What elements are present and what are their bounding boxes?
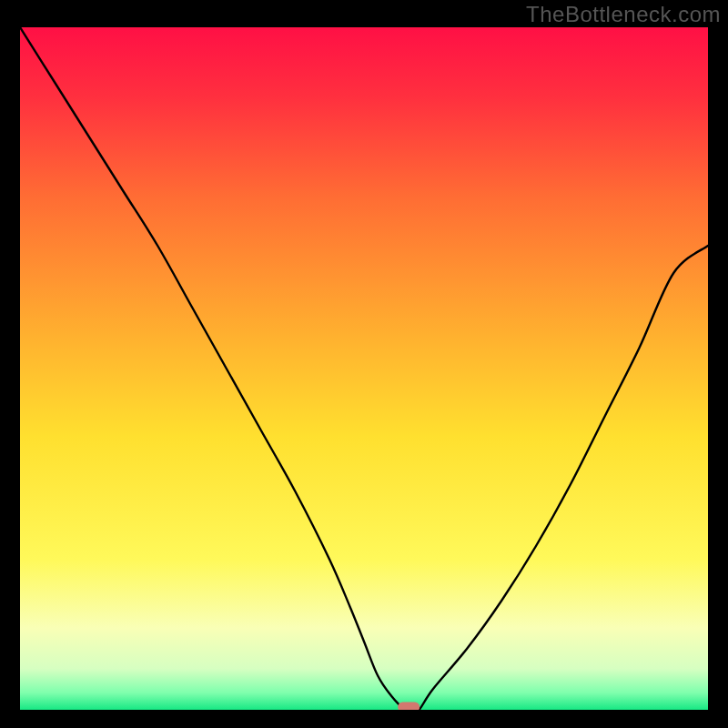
watermark-text: TheBottleneck.com [526, 2, 721, 27]
chart-frame: TheBottleneck.com [0, 0, 728, 728]
chart-background [20, 27, 708, 710]
bottleneck-chart [20, 27, 708, 710]
plot-area [20, 27, 708, 710]
optimal-marker [398, 703, 420, 711]
